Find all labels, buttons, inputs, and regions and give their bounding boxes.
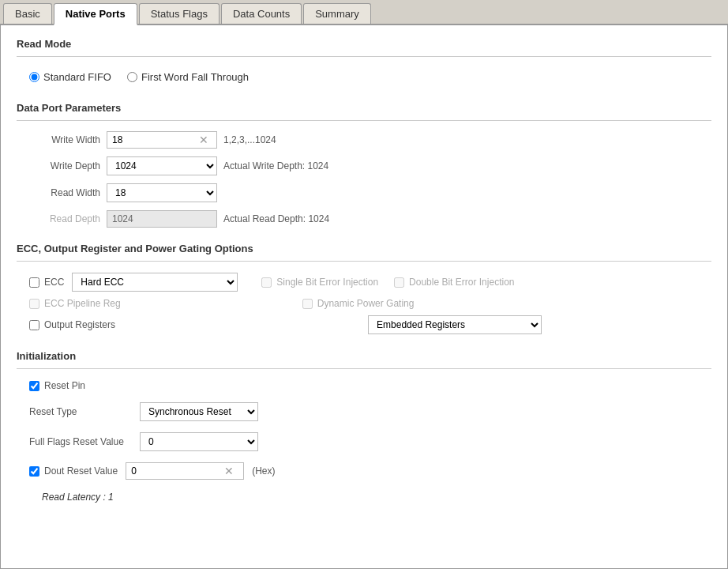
first-word-fall-through-radio[interactable] (127, 72, 137, 82)
dynamic-power-text: Dynamic Power Gating (317, 298, 415, 309)
reset-type-row: Reset Type Synchronous Reset Asynchronou… (17, 399, 711, 424)
ecc-checkbox[interactable] (29, 277, 39, 288)
ecc-type-select[interactable]: Hard ECC Soft ECC No ECC (72, 273, 238, 292)
data-port-section: Data Port Parameters Write Width ✕ 1,2,3… (17, 102, 711, 230)
data-port-header: Data Port Parameters (17, 102, 711, 119)
main-container: Basic Native Ports Status Flags Data Cou… (0, 0, 728, 569)
tab-bar: Basic Native Ports Status Flags Data Cou… (0, 0, 728, 25)
dout-reset-row: Dout Reset Value ✕ (Hex) (17, 459, 711, 483)
reset-pin-label[interactable]: Reset Pin (29, 380, 85, 391)
reset-pin-row: Reset Pin (17, 377, 711, 394)
data-port-title: Data Port Parameters (17, 102, 121, 114)
dynamic-power-label: Dynamic Power Gating (302, 298, 415, 309)
ecc-header: ECC, Output Register and Power Gating Op… (17, 243, 711, 259)
init-divider (17, 368, 711, 369)
ecc-pipeline-checkbox (29, 299, 39, 309)
tab-status-flags[interactable]: Status Flags (139, 3, 220, 24)
write-width-clear-icon[interactable]: ✕ (196, 134, 212, 146)
tab-data-counts[interactable]: Data Counts (221, 3, 302, 24)
dynamic-power-checkbox (302, 299, 313, 309)
output-reg-checkbox[interactable] (29, 320, 39, 330)
write-width-label: Write Width (29, 134, 100, 145)
initialization-section: Initialization Reset Pin Reset Type Sync… (17, 350, 711, 506)
read-latency-row: Read Latency : 1 (17, 488, 711, 506)
dout-reset-checkbox[interactable] (29, 466, 39, 477)
dout-clear-icon[interactable]: ✕ (221, 465, 237, 477)
single-bit-label: Single Bit Error Injection (276, 277, 378, 288)
reset-pin-text: Reset Pin (44, 380, 85, 391)
standard-fifo-option[interactable]: Standard FIFO (29, 71, 111, 83)
ecc-divider (17, 261, 711, 262)
read-width-label: Read Width (29, 187, 100, 198)
hex-label: (Hex) (252, 465, 275, 477)
full-flags-row: Full Flags Reset Value 0 1 (17, 429, 711, 454)
reset-type-label: Reset Type (29, 406, 132, 417)
read-mode-divider (17, 56, 711, 57)
dout-input-wrap: ✕ (126, 462, 244, 480)
reset-type-select[interactable]: Synchronous Reset Asynchronous Reset (140, 402, 258, 421)
output-reg-checkbox-label[interactable]: Output Registers (29, 319, 115, 330)
ecc-pipeline-label: ECC Pipeline Reg (29, 298, 121, 309)
output-reg-row: Output Registers Embedded Registers Fabr… (17, 312, 711, 337)
read-width-select[interactable]: 18 9 (107, 183, 217, 202)
double-bit-checkbox (394, 277, 404, 288)
ecc-checkbox-label[interactable]: ECC (29, 277, 64, 288)
single-bit-checkbox-label: Single Bit Error Injection (261, 277, 378, 288)
data-port-divider (17, 120, 711, 121)
first-word-fall-through-label: First Word Fall Through (141, 71, 249, 83)
read-mode-section: Read Mode Standard FIFO First Word Fall … (17, 38, 711, 89)
read-depth-input (107, 210, 217, 228)
init-title: Initialization (17, 350, 76, 362)
ecc-title: ECC, Output Register and Power Gating Op… (17, 243, 253, 254)
read-mode-title: Read Mode (17, 38, 71, 50)
read-mode-header: Read Mode (17, 38, 711, 55)
output-reg-select[interactable]: Embedded Registers Fabric Registers No R… (368, 315, 542, 334)
single-bit-checkbox (261, 277, 272, 288)
read-depth-actual: Actual Read Depth: 1024 (223, 213, 329, 224)
full-flags-select[interactable]: 0 1 (140, 432, 258, 451)
content-area: Read Mode Standard FIFO First Word Fall … (0, 25, 728, 569)
read-latency-text: Read Latency : 1 (29, 488, 126, 506)
write-width-hint: 1,2,3,...1024 (223, 134, 276, 145)
output-reg-label-text: Output Registers (44, 319, 115, 330)
dout-reset-input[interactable] (126, 463, 221, 479)
ecc-pipeline-row: ECC Pipeline Reg Dynamic Power Gating (17, 295, 711, 312)
read-depth-label: Read Depth (29, 213, 100, 224)
ecc-pipeline-text: ECC Pipeline Reg (44, 298, 121, 309)
dout-reset-checkbox-label[interactable]: Dout Reset Value (29, 465, 118, 477)
double-bit-checkbox-label: Double Bit Error Injection (394, 277, 514, 288)
write-depth-select[interactable]: 1024 512 256 (107, 156, 217, 175)
tab-summary[interactable]: Summary (303, 3, 371, 24)
standard-fifo-label: Standard FIFO (43, 71, 111, 83)
standard-fifo-radio[interactable] (29, 72, 39, 82)
first-word-fall-through-option[interactable]: First Word Fall Through (127, 71, 249, 83)
double-bit-label: Double Bit Error Injection (409, 277, 514, 288)
write-width-input[interactable] (107, 132, 196, 148)
dout-reset-label-text: Dout Reset Value (44, 465, 118, 477)
reset-pin-checkbox[interactable] (29, 381, 39, 391)
write-depth-label: Write Depth (29, 160, 100, 171)
write-depth-actual: Actual Write Depth: 1024 (223, 160, 328, 171)
tab-basic[interactable]: Basic (3, 3, 52, 24)
read-mode-options: Standard FIFO First Word Fall Through (17, 65, 711, 89)
ecc-section: ECC, Output Register and Power Gating Op… (17, 243, 711, 337)
tab-native-ports[interactable]: Native Ports (54, 3, 137, 25)
ecc-main-row: ECC Hard ECC Soft ECC No ECC Single Bit … (17, 269, 711, 295)
full-flags-label: Full Flags Reset Value (29, 436, 132, 447)
ecc-label-text: ECC (44, 277, 64, 288)
init-header: Initialization (17, 350, 711, 367)
